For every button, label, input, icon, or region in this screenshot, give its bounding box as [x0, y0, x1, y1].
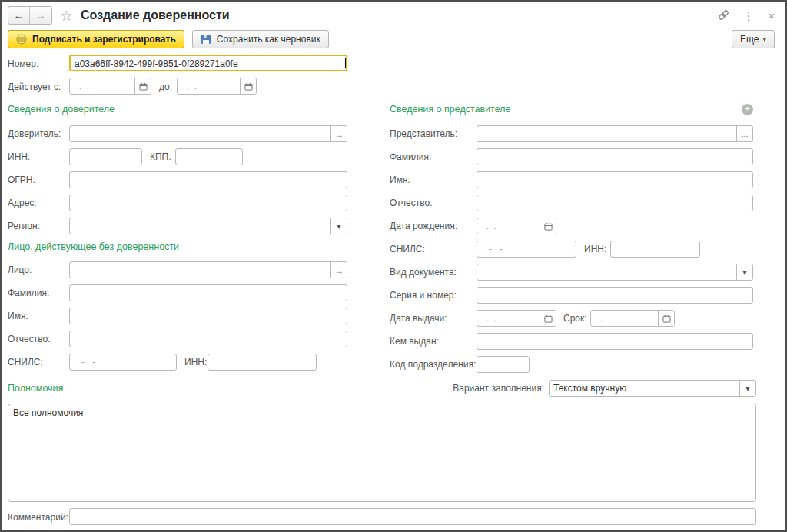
rep-inn-input[interactable]: [610, 241, 700, 258]
acting-inn-label: ИНН:: [184, 354, 208, 371]
principal-label: Доверитель:: [8, 125, 69, 142]
rep-term-label: Срок:: [563, 310, 590, 327]
number-input[interactable]: a03a66ff-8942-499f-9851-0f289271a0fe: [69, 55, 347, 71]
representative-field: ...: [477, 125, 753, 142]
rep-issuedate-field: [477, 310, 556, 327]
ellipsis-picker-icon[interactable]: ...: [736, 126, 752, 141]
principal-ogrn-input[interactable]: [69, 171, 347, 188]
powers-textarea[interactable]: Все полномочия: [8, 404, 756, 502]
ellipsis-picker-icon[interactable]: ...: [330, 126, 347, 141]
acting-firstname-input[interactable]: [69, 308, 347, 324]
powers-header-row: Полномочия Вариант заполнения: Текстом в…: [8, 380, 756, 397]
save-draft-button-label: Сохранить как черновик: [217, 34, 320, 45]
window-controls: ⋮ ×: [718, 9, 775, 22]
principal-kpp-input[interactable]: [175, 148, 243, 165]
page-title: Создание доверенности: [81, 8, 230, 22]
principal-inn-input[interactable]: [69, 148, 142, 165]
back-icon[interactable]: ←: [8, 7, 30, 24]
principal-address-input[interactable]: [69, 195, 347, 211]
acting-person-field: ...: [69, 261, 347, 278]
valid-from-input[interactable]: [70, 78, 134, 94]
principal-region-label: Регион:: [8, 218, 69, 234]
valid-to-label: до:: [159, 78, 172, 95]
text-caret: [345, 58, 346, 68]
valid-to-input[interactable]: [178, 78, 240, 94]
header: ← → ☆ Создание доверенности: [8, 6, 230, 25]
calendar-icon[interactable]: [540, 218, 556, 234]
rep-issuedby-label: Кем выдан:: [390, 333, 477, 350]
principal-field: ...: [69, 125, 347, 142]
rep-term-field: [590, 310, 675, 327]
comment-input[interactable]: [69, 508, 756, 525]
calendar-icon[interactable]: [240, 78, 256, 94]
acting-snils-input[interactable]: [69, 354, 177, 371]
rep-inn-label: ИНН:: [584, 241, 610, 258]
rep-middlename-label: Отчество:: [390, 195, 477, 211]
add-representative-icon[interactable]: +: [742, 104, 753, 115]
rep-birthdate-input[interactable]: [477, 218, 540, 234]
representative-input[interactable]: [477, 126, 736, 141]
more-button[interactable]: Еще ▾: [732, 30, 775, 48]
toolbar: Подписать и зарегистрировать Сохранить к…: [8, 30, 329, 48]
chevron-down-icon[interactable]: ▾: [330, 218, 347, 234]
floppy-icon: [201, 34, 211, 45]
rep-doctype-field: ▾: [477, 264, 753, 281]
calendar-icon[interactable]: [658, 311, 674, 326]
rep-firstname-input[interactable]: [477, 171, 753, 188]
close-icon[interactable]: ×: [769, 11, 775, 22]
principal-region-input[interactable]: [70, 218, 330, 234]
rep-lastname-label: Фамилия:: [390, 148, 477, 165]
acting-person-section-title: Лицо, действующее без доверенности: [8, 241, 347, 253]
sign-and-register-button[interactable]: Подписать и зарегистрировать: [8, 30, 184, 48]
rep-issuedate-label: Дата выдачи:: [390, 310, 477, 327]
nav-buttons: ← →: [8, 6, 52, 25]
calendar-icon[interactable]: [540, 311, 556, 326]
acting-person-label: Лицо:: [8, 261, 69, 278]
rep-snils-input[interactable]: [477, 241, 576, 258]
rep-seriesnumber-label: Серия и номер:: [390, 287, 477, 304]
valid-from-field: [69, 78, 151, 95]
representative-section-title: Сведения о представителе: [390, 103, 510, 115]
fill-variant-label: Вариант заполнения:: [453, 380, 544, 397]
acting-middlename-label: Отчество:: [8, 331, 69, 347]
powers-section-title: Полномочия: [8, 382, 63, 394]
valid-to-field: [177, 78, 257, 95]
rep-middlename-input[interactable]: [477, 195, 753, 211]
favorite-star-icon[interactable]: ☆: [60, 8, 73, 23]
calendar-icon[interactable]: [134, 78, 151, 94]
chevron-down-icon[interactable]: ▾: [739, 381, 755, 396]
acting-inn-input[interactable]: [208, 354, 317, 371]
number-label: Номер:: [8, 55, 38, 72]
rep-seriesnumber-input[interactable]: [477, 287, 753, 304]
fill-variant-value: Текстом вручную: [550, 381, 739, 396]
representative-label: Представитель:: [390, 125, 477, 142]
save-draft-button[interactable]: Сохранить как черновик: [192, 30, 329, 48]
fill-variant-field[interactable]: Текстом вручную ▾: [549, 380, 756, 397]
principal-region-field: ▾: [69, 218, 347, 234]
rep-issuedate-input[interactable]: [477, 311, 540, 326]
principal-input[interactable]: [70, 126, 330, 141]
rep-birthdate-label: Дата рождения:: [390, 218, 477, 234]
acting-lastname-input[interactable]: [69, 284, 347, 301]
acting-person-input[interactable]: [70, 262, 330, 278]
rep-divisioncode-input[interactable]: [477, 356, 530, 373]
forward-icon[interactable]: →: [30, 7, 51, 24]
rep-term-input[interactable]: [591, 311, 658, 326]
rep-firstname-label: Имя:: [390, 171, 477, 188]
acting-lastname-label: Фамилия:: [8, 284, 69, 301]
rep-lastname-input[interactable]: [477, 148, 753, 165]
principal-address-label: Адрес:: [8, 195, 69, 211]
menu-kebab-icon[interactable]: ⋮: [743, 10, 755, 22]
link-icon[interactable]: [718, 9, 729, 22]
acting-snils-label: СНИЛС:: [8, 354, 69, 371]
rep-doctype-input[interactable]: [477, 264, 736, 280]
chevron-down-icon: ▾: [762, 35, 766, 43]
rep-doctype-label: Вид документа:: [390, 264, 477, 281]
acting-firstname-label: Имя:: [8, 308, 69, 324]
principal-section: Сведения о доверителе Доверитель: ... ИН…: [8, 103, 347, 377]
principal-kpp-label: КПП:: [150, 148, 175, 165]
acting-middlename-input[interactable]: [69, 331, 347, 347]
chevron-down-icon[interactable]: ▾: [736, 264, 752, 280]
rep-issuedby-input[interactable]: [477, 333, 753, 350]
ellipsis-picker-icon[interactable]: ...: [330, 262, 347, 278]
